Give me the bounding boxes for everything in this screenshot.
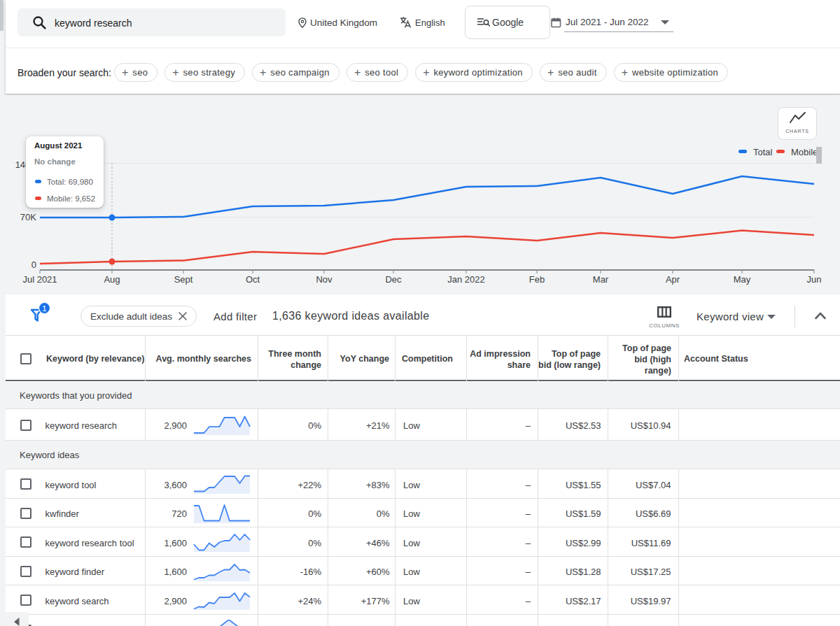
svg-text:1: 1 (42, 304, 46, 313)
